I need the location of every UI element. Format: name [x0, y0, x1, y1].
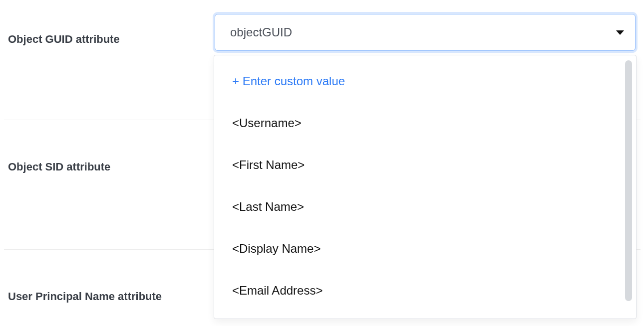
dropdown-option-custom-value[interactable]: + Enter custom value [232, 60, 632, 102]
label-object-guid: Object GUID attribute [0, 14, 215, 46]
select-object-guid[interactable]: objectGUID [215, 14, 636, 51]
row-object-guid: Object GUID attribute objectGUID + Enter… [0, 14, 636, 51]
label-object-sid: Object SID attribute [0, 161, 215, 173]
row-object-sid: Object SID attribute [0, 150, 215, 184]
row-user-principal-name: User Principal Name attribute [0, 279, 215, 314]
dropdown-option-last-name[interactable]: <Last Name> [232, 186, 632, 228]
attribute-mapping-form: Object GUID attribute objectGUID + Enter… [0, 0, 644, 326]
dropdown-option-first-name[interactable]: <First Name> [232, 144, 632, 186]
dropdown-option-display-name[interactable]: <Display Name> [232, 228, 632, 270]
label-user-principal-name: User Principal Name attribute [0, 290, 215, 303]
dropdown-scrollbar[interactable] [625, 60, 632, 301]
dropdown-option-username[interactable]: <Username> [232, 102, 632, 144]
chevron-down-icon [616, 30, 624, 35]
select-object-guid-value: objectGUID [230, 25, 616, 39]
dropdown-object-guid: + Enter custom value <Username> <First N… [214, 55, 637, 319]
dropdown-option-email-address[interactable]: <Email Address> [232, 270, 632, 310]
